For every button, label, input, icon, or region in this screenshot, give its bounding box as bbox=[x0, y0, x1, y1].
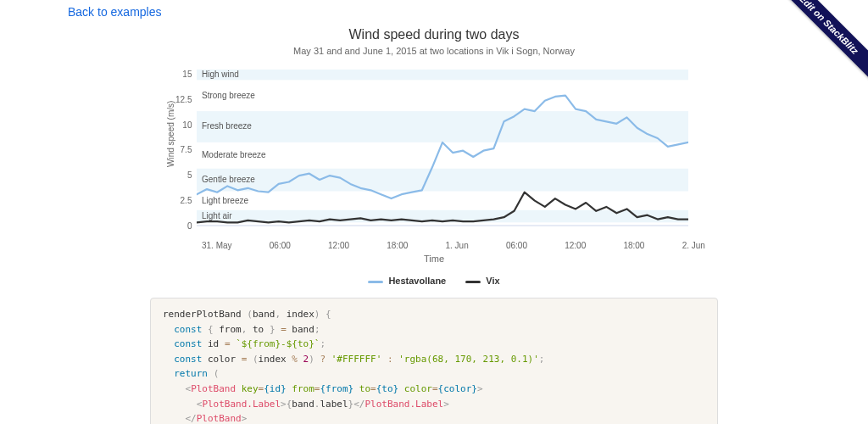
x-axis-label: Time bbox=[163, 254, 705, 264]
y-axis-label: Wind speed (m/s) bbox=[163, 64, 175, 237]
y-tick: 5 bbox=[175, 170, 192, 180]
plot-band-label: Light air bbox=[202, 211, 232, 220]
plot-band-label: Fresh breeze bbox=[202, 121, 252, 131]
chart-plot-area[interactable]: Light airLight breezeGentle breezeModera… bbox=[197, 64, 688, 237]
y-axis-ticks: 02.557.51012.515 bbox=[175, 64, 197, 237]
x-tick: 12:00 bbox=[565, 241, 586, 250]
legend-item-hestavollane[interactable]: Hestavollane bbox=[368, 276, 448, 286]
y-tick: 10 bbox=[175, 120, 192, 130]
x-tick: 18:00 bbox=[387, 241, 408, 250]
chart-subtitle: May 31 and and June 1, 2015 at two locat… bbox=[163, 46, 705, 56]
y-tick: 2.5 bbox=[175, 196, 192, 205]
plot-band bbox=[197, 111, 688, 142]
x-tick: 2. Jun bbox=[682, 241, 705, 250]
legend-label: Vix bbox=[486, 276, 499, 286]
x-tick: 31. May bbox=[202, 241, 232, 250]
x-tick: 18:00 bbox=[623, 241, 644, 250]
code-snippet: renderPlotBand (band, index) { const { f… bbox=[150, 298, 718, 424]
plot-band bbox=[197, 142, 688, 169]
plot-band-label: Light breeze bbox=[202, 196, 248, 205]
x-tick: 06:00 bbox=[270, 241, 291, 250]
chart-container: Wind speed during two days May 31 and an… bbox=[163, 27, 705, 286]
plot-band-label: High wind bbox=[202, 70, 239, 79]
x-tick: 12:00 bbox=[328, 241, 349, 250]
x-tick: 06:00 bbox=[506, 241, 527, 250]
x-axis-ticks: 31. May06:0012:0018:001. Jun06:0012:0018… bbox=[202, 241, 705, 250]
y-tick: 7.5 bbox=[175, 145, 192, 154]
plot-band-label: Gentle breeze bbox=[202, 175, 255, 184]
chart-title: Wind speed during two days bbox=[163, 27, 705, 42]
legend-swatch bbox=[465, 281, 481, 283]
legend-item-vix[interactable]: Vix bbox=[465, 276, 499, 286]
plot-band bbox=[197, 169, 688, 192]
plot-band-label: Strong breeze bbox=[202, 91, 255, 100]
y-tick: 0 bbox=[175, 221, 192, 231]
back-to-examples-link[interactable]: Back to examples bbox=[0, 0, 868, 19]
plot-band bbox=[197, 80, 688, 111]
plot-band-label: Moderate breeze bbox=[202, 150, 266, 159]
x-tick: 1. Jun bbox=[445, 241, 468, 250]
plot-band bbox=[197, 70, 688, 80]
plot-band bbox=[197, 192, 688, 210]
y-tick: 15 bbox=[175, 70, 192, 79]
legend-label: Hestavollane bbox=[388, 276, 446, 286]
legend-swatch bbox=[368, 281, 383, 283]
y-tick: 12.5 bbox=[175, 95, 192, 104]
legend: Hestavollane Vix bbox=[163, 276, 705, 286]
